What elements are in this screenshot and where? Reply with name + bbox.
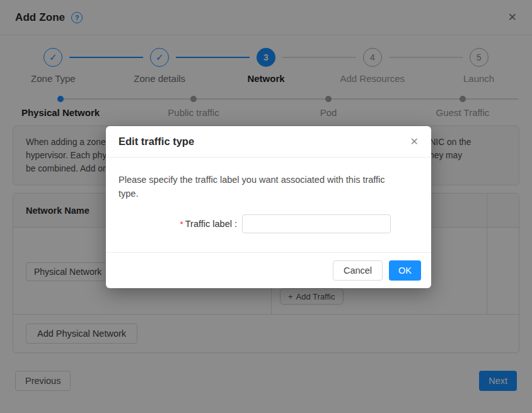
field-label-text: Traffic label: [185, 219, 232, 229]
modal-footer: Cancel OK: [106, 252, 431, 288]
edit-traffic-type-modal: Edit traffic type ✕ Please specify the t…: [106, 126, 431, 288]
traffic-label-form-row: *Traffic label :: [119, 214, 419, 233]
modal-close-icon[interactable]: ✕: [410, 137, 419, 147]
field-label-colon: :: [234, 219, 237, 229]
modal-title: Edit traffic type: [119, 136, 194, 148]
modal-header: Edit traffic type ✕: [106, 126, 431, 158]
ok-button[interactable]: OK: [389, 260, 421, 281]
modal-description-line: type.: [119, 187, 419, 201]
modal-body: Please specify the traffic label you wan…: [106, 158, 431, 252]
traffic-label-field-label: *Traffic label :: [119, 219, 237, 229]
modal-description-line: Please specify the traffic label you wan…: [119, 173, 419, 187]
modal-description: Please specify the traffic label you wan…: [119, 173, 419, 201]
cancel-button[interactable]: Cancel: [333, 260, 383, 281]
traffic-label-input[interactable]: [242, 214, 391, 233]
required-mark: *: [180, 219, 183, 229]
add-zone-wizard: Add Zone ? ✕ ✓ Zone Type ✓ Zone details …: [0, 0, 532, 413]
